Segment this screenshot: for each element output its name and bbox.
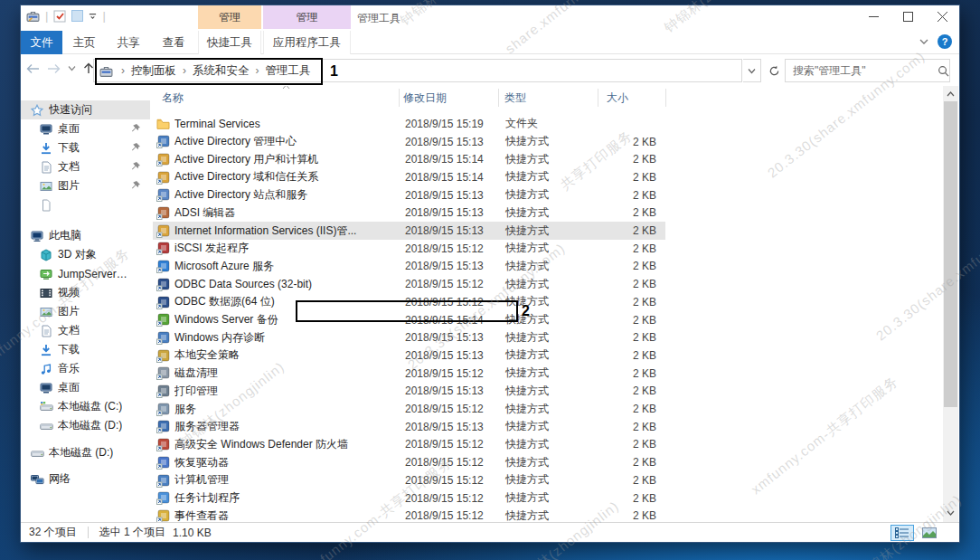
file-size: 2 KB <box>569 136 656 148</box>
file-row[interactable]: ODBC Data Sources (32-bit)2018/9/15 15:1… <box>153 275 665 293</box>
tab-share[interactable]: 共享 <box>108 31 149 54</box>
address-row: › 控制面板 › 系统和安全 › 管理工具 <box>21 55 959 86</box>
file-row[interactable]: Microsoft Azure 服务2018/9/15 15:13快捷方式2 K… <box>153 258 665 276</box>
file-row[interactable]: ODBC 数据源(64 位)2018/9/15 15:12快捷方式2 KB <box>153 293 665 311</box>
tab-application-tools[interactable]: 应用程序工具 <box>263 31 351 54</box>
tab-shortcut-tools[interactable]: 快捷工具 <box>198 31 261 54</box>
breadcrumb-system-security[interactable]: 系统和安全 <box>193 63 250 79</box>
refresh-icon[interactable] <box>764 59 784 82</box>
search-icon[interactable] <box>937 65 949 77</box>
help-icon[interactable]: ? <box>938 34 952 49</box>
details-view-button[interactable] <box>890 525 914 541</box>
file-row[interactable]: Windows Server 备份2018/9/15 15:14快捷方式2 KB <box>153 311 665 329</box>
file-row[interactable]: ADSI 编辑器2018/9/15 15:13快捷方式2 KB <box>153 204 665 223</box>
file-row[interactable]: Active Directory 站点和服务2018/9/15 15:13快捷方… <box>153 186 665 204</box>
properties-icon[interactable] <box>53 10 66 23</box>
sidebar-item-桌面[interactable]: 桌面 <box>21 119 150 138</box>
file-row[interactable]: 服务2018/9/15 15:12快捷方式2 KB <box>153 400 665 418</box>
file-row[interactable]: iSCSI 发起程序2018/9/15 15:12快捷方式2 KB <box>153 240 665 258</box>
navigation-pane: 快速访问桌面下载文档图片此电脑3D 对象JumpServer-Lion .视频图… <box>21 86 150 522</box>
minimize-button[interactable] <box>856 5 890 28</box>
file-row[interactable]: 事件查看器2018/9/15 15:12快捷方式2 KB <box>153 507 665 522</box>
file-row[interactable]: 任务计划程序2018/9/15 15:12快捷方式2 KB <box>153 489 665 508</box>
sidebar-item-下载[interactable]: 下载 <box>21 138 150 157</box>
recent-locations-icon[interactable] <box>68 65 76 71</box>
sidebar-item-此电脑[interactable]: 此电脑 <box>21 226 150 245</box>
sidebar-item-本地磁盘 (D:)[interactable]: 本地磁盘 (D:) <box>21 416 150 435</box>
address-dropdown-icon[interactable] <box>743 59 761 82</box>
tab-file[interactable]: 文件 <box>21 31 62 54</box>
sidebar-item-快速访问[interactable]: 快速访问 <box>21 100 150 119</box>
file-size: 2 KB <box>569 384 656 397</box>
scroll-up-icon[interactable] <box>943 86 958 101</box>
new-folder-icon[interactable] <box>71 10 83 22</box>
column-separator[interactable] <box>498 89 499 107</box>
file-size: 2 KB <box>569 296 656 308</box>
sidebar-item-文档[interactable]: 文档 <box>21 157 150 176</box>
breadcrumb-separator: › <box>183 64 186 77</box>
file-row[interactable]: 打印管理2018/9/15 15:13快捷方式2 KB <box>153 383 665 401</box>
maximize-button[interactable] <box>890 5 925 28</box>
sidebar-item-下载[interactable]: 下载 <box>21 340 150 359</box>
file-type: 文件夹 <box>505 116 596 131</box>
app-icon <box>26 9 40 23</box>
tab-view[interactable]: 查看 <box>151 31 196 54</box>
breadcrumb-control-panel[interactable]: 控制面板 <box>131 63 176 79</box>
remote-icon <box>40 268 52 280</box>
file-row[interactable]: Active Directory 域和信任关系2018/9/15 15:14快捷… <box>153 168 665 186</box>
file-date: 2018/9/15 15:12 <box>405 403 499 415</box>
scroll-down-icon[interactable] <box>943 505 958 520</box>
column-separator[interactable] <box>399 89 400 107</box>
forward-icon[interactable] <box>47 63 61 74</box>
file-date: 2018/9/15 15:13 <box>405 421 499 433</box>
sidebar-item-文档[interactable]: 文档 <box>21 321 150 340</box>
column-header-date[interactable]: 修改日期 <box>403 90 447 106</box>
file-size: 2 KB <box>569 438 656 451</box>
column-headers: 名称 修改日期 类型 大小 <box>150 86 943 109</box>
file-row[interactable]: Terminal Services2018/9/15 15:19文件夹 <box>153 115 665 133</box>
file-rows: Terminal Services2018/9/15 15:19文件夹Activ… <box>150 115 943 522</box>
close-button[interactable] <box>925 5 959 28</box>
sidebar-item-图片[interactable]: 图片 <box>21 302 150 321</box>
sidebar-item-3D 对象[interactable]: 3D 对象 <box>21 245 150 264</box>
customize-toolbar-icon[interactable] <box>89 12 97 20</box>
ribbon-collapse-icon[interactable] <box>919 38 928 45</box>
scrollbar-thumb[interactable] <box>944 101 957 407</box>
search-box[interactable] <box>785 59 950 82</box>
sidebar-item-图片[interactable]: 图片 <box>21 176 150 195</box>
file-row[interactable]: Active Directory 管理中心2018/9/15 15:13快捷方式… <box>153 133 665 151</box>
file-row[interactable]: 服务器管理器2018/9/15 15:13快捷方式2 KB <box>153 418 665 436</box>
sidebar-item-本地磁盘 (C:)[interactable]: 本地磁盘 (C:) <box>21 397 150 416</box>
column-separator[interactable] <box>665 89 666 107</box>
file-date: 2018/9/15 15:13 <box>405 331 499 344</box>
file-row[interactable]: Internet Information Services (IIS)管...2… <box>153 222 665 240</box>
column-header-size[interactable]: 大小 <box>607 90 628 106</box>
location-icon <box>99 64 113 78</box>
breadcrumb-admin-tools[interactable]: 管理工具 <box>266 63 311 79</box>
file-row[interactable]: 恢复驱动器2018/9/15 15:12快捷方式2 KB <box>153 453 665 471</box>
column-separator[interactable] <box>598 89 598 107</box>
sidebar-item-视频[interactable]: 视频 <box>21 283 150 302</box>
search-input[interactable] <box>786 64 937 77</box>
back-icon[interactable] <box>26 63 40 74</box>
address-bar[interactable]: › 控制面板 › 系统和安全 › 管理工具 <box>93 59 742 82</box>
sidebar-item-JumpServer-Lion .[interactable]: JumpServer-Lion . <box>21 264 150 283</box>
file-row[interactable]: Windows 内存诊断2018/9/15 15:13快捷方式2 KB <box>153 328 665 346</box>
sidebar-item-label: 本地磁盘 (C:) <box>58 399 122 414</box>
sidebar-item-blank[interactable] <box>21 195 150 214</box>
file-row[interactable]: 磁盘清理2018/9/15 15:12快捷方式2 KB <box>153 365 665 383</box>
column-header-type[interactable]: 类型 <box>504 90 526 106</box>
sidebar-item-桌面[interactable]: 桌面 <box>21 378 150 397</box>
file-row[interactable]: 本地安全策略2018/9/15 15:13快捷方式2 KB <box>153 346 665 365</box>
explorer-window: | | 管理 管理 管理工具 文件 主页 共享 查看 快捷工具 应用程序工具 <box>20 5 960 543</box>
thumbnail-view-button[interactable] <box>918 525 941 541</box>
tab-home[interactable]: 主页 <box>62 31 106 54</box>
column-header-name[interactable]: 名称 <box>162 90 184 106</box>
vertical-scrollbar[interactable] <box>943 86 958 522</box>
file-row[interactable]: Active Directory 用户和计算机2018/9/15 15:14快捷… <box>153 150 665 168</box>
sidebar-item-网络[interactable]: 网络 <box>21 470 150 489</box>
sidebar-item-本地磁盘 (D:)[interactable]: 本地磁盘 (D:) <box>21 443 150 462</box>
file-row[interactable]: 高级安全 Windows Defender 防火墙2018/9/15 15:12… <box>153 436 665 454</box>
file-row[interactable]: 计算机管理2018/9/15 15:12快捷方式2 KB <box>153 471 665 489</box>
sidebar-item-音乐[interactable]: 音乐 <box>21 359 150 378</box>
